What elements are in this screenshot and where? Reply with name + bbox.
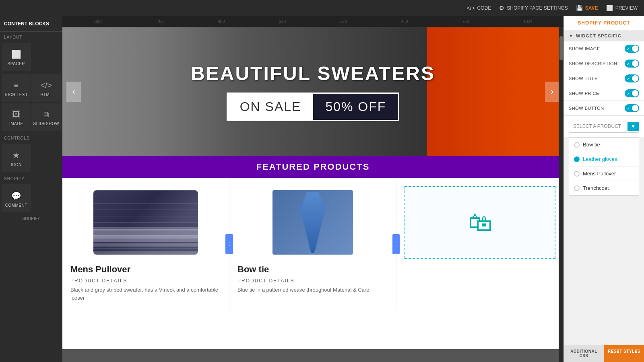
ruler-mark: 768 — [157, 19, 164, 24]
show-title-label: SHOW TITLE — [569, 76, 598, 81]
hero-prev-button[interactable]: ‹ — [66, 82, 81, 102]
widget-specific-header[interactable]: ▼ WIDGET SPECIFIC — [564, 30, 644, 41]
sidebar-header: CONTENT BLOCKS — [0, 16, 62, 32]
sidebar-item-slideshow[interactable]: ⧉ SLIDESHOW — [31, 103, 61, 131]
controls-grid: ★ ICON — [0, 142, 62, 173]
dropdown-item-leather-gloves[interactable]: Leather gloves — [569, 152, 639, 167]
product-col-tie: Bow tie PRODUCT DETAILS Blue tie in a pa… — [229, 178, 396, 310]
ruler-mark: 480 — [218, 19, 225, 24]
sidebar-item-comment[interactable]: 💬 COMMENT — [2, 184, 31, 212]
shopify-grid: 💬 COMMENT — [0, 183, 62, 214]
save-icon: 💾 — [576, 5, 583, 11]
image-label: IMAGE — [9, 121, 23, 126]
product-image-sweater — [70, 186, 221, 259]
icon-icon: ★ — [12, 150, 20, 160]
layout-grid: ⬜ SPACER — [0, 41, 62, 72]
dropdown-item-trenchcoat[interactable]: Trenchcoat — [569, 181, 639, 195]
right-panel: SHOPIFY-PRODUCT ▼ WIDGET SPECIFIC SHOW I… — [564, 16, 644, 362]
product-details-label-sweater: PRODUCT DETAILS — [70, 278, 221, 284]
scrollbar[interactable] — [559, 27, 564, 362]
icon-label: ICON — [11, 162, 22, 167]
html-icon: </> — [40, 81, 52, 90]
tab-additional-css[interactable]: ADDITIONAL CSS — [564, 345, 604, 362]
dropdown-list: Bow tie Leather gloves Mens Pullover Tre… — [569, 137, 639, 196]
leather-gloves-label: Leather gloves — [583, 156, 617, 162]
save-button[interactable]: 💾 SAVE — [576, 5, 598, 11]
product-col-sweater: Mens Pullover PRODUCT DETAILS Black and … — [62, 178, 229, 310]
show-image-label: SHOW IMAGE — [569, 46, 600, 51]
content-grid: ≡ RICH TEXT </> HTML 🖼 IMAGE ⧉ SLIDESHOW — [0, 72, 62, 133]
canvas-area: 1024 768 480 320 320 480 768 1024 — [62, 16, 564, 362]
canvas-scroll[interactable]: BEAUTIFUL SWEATERS ON SALE 50% OFF ‹ › F… — [62, 27, 564, 362]
html-label: HTML — [40, 93, 52, 97]
sidebar-item-rich-text[interactable]: ≡ RICH TEXT — [2, 74, 31, 102]
sidebar-item-image[interactable]: 🖼 IMAGE — [2, 103, 31, 131]
preview-button[interactable]: ⬜ PREVIEW — [606, 5, 638, 11]
page-content: BEAUTIFUL SWEATERS ON SALE 50% OFF ‹ › F… — [62, 27, 564, 349]
tab-reset-styles[interactable]: RESET STYLES — [604, 345, 644, 362]
hero-title: BEAUTIFUL SWEATERS — [191, 62, 435, 84]
ruler-mark: 1024 — [523, 19, 532, 24]
product-description-sweater: Black and grey striped sweater, has a V-… — [70, 286, 221, 302]
image-icon: 🖼 — [12, 110, 20, 119]
show-price-label: SHOW PRICE — [569, 91, 599, 96]
show-image-toggle[interactable]: ✓ — [625, 45, 639, 53]
ruler-mark: 320 — [279, 19, 286, 24]
toggle-show-price: SHOW PRICE ✓ — [564, 86, 644, 101]
tie-image — [272, 190, 353, 255]
code-button[interactable]: </> CODE — [466, 5, 491, 11]
settings-button[interactable]: ⚙ SHOPIFY PAGE SETTINGS — [499, 5, 568, 11]
hero-next-button[interactable]: › — [545, 82, 559, 102]
product-title-tie: Bow tie — [237, 264, 388, 275]
mens-pullover-radio — [574, 171, 580, 177]
hero-on-sale: ON SALE — [228, 94, 314, 120]
settings-label: SHOPIFY PAGE SETTINGS — [507, 5, 568, 11]
sweater-image — [93, 190, 198, 255]
product-select[interactable]: SELECT A PRODUCT ▼ — [569, 120, 639, 133]
code-label: CODE — [477, 5, 491, 11]
comment-label: COMMENT — [5, 203, 27, 208]
scrollbar-thumb[interactable] — [559, 36, 563, 60]
show-description-label: SHOW DESCRIPTION — [569, 61, 617, 66]
dropdown-item-bow-tie[interactable]: Bow tie — [569, 138, 639, 152]
featured-bar: FEATURED PRODUCTS — [62, 156, 564, 178]
show-button-toggle[interactable]: ✓ — [625, 104, 639, 112]
edit-handle-tie-left[interactable]: ⋮ — [226, 234, 233, 254]
show-button-label: SHOW BUTTON — [569, 106, 604, 111]
spacer-icon: ⬜ — [11, 49, 21, 59]
select-placeholder: SELECT A PRODUCT — [573, 123, 621, 129]
ruler-mark: 768 — [462, 19, 469, 24]
right-panel-header: SHOPIFY-PRODUCT — [564, 16, 644, 30]
widget-specific-label: WIDGET SPECIFIC — [576, 33, 621, 38]
sidebar-item-spacer[interactable]: ⬜ SPACER — [2, 43, 31, 71]
product-third-empty: 🛍 — [405, 186, 555, 259]
preview-icon: ⬜ — [606, 5, 613, 11]
trenchcoat-label: Trenchcoat — [583, 185, 609, 191]
hero-sale-box: ON SALE 50% OFF — [227, 93, 400, 121]
show-price-toggle[interactable]: ✓ — [625, 89, 639, 97]
ruler-marks: 1024 768 480 320 320 480 768 1024 — [66, 19, 559, 24]
sidebar-item-html[interactable]: </> HTML — [31, 74, 61, 102]
ruler-mark: 1024 — [94, 19, 103, 24]
controls-section-label: CONTROLS — [0, 133, 62, 142]
rich-text-label: RICH TEXT — [5, 93, 28, 97]
show-title-toggle[interactable]: ✓ — [625, 74, 639, 82]
product-image-tie — [237, 186, 388, 259]
show-description-toggle[interactable]: ✓ — [625, 60, 639, 68]
hero-off: 50% OFF — [313, 94, 398, 120]
hero-overlay: BEAUTIFUL SWEATERS ON SALE 50% OFF — [62, 27, 564, 156]
spacer-label: SPACER — [8, 62, 25, 66]
dropdown-item-mens-pullover[interactable]: Mens Pullover — [569, 167, 639, 181]
toggle-show-image: SHOW IMAGE ✓ — [564, 41, 644, 56]
product-details-label-tie: PRODUCT DETAILS — [237, 278, 388, 284]
toggle-show-description: SHOW DESCRIPTION ✓ — [564, 56, 644, 71]
save-label: SAVE — [585, 5, 598, 11]
sidebar-item-icon[interactable]: ★ ICON — [2, 144, 31, 172]
toggle-show-button: SHOW BUTTON ✓ — [564, 101, 644, 116]
slideshow-icon: ⧉ — [43, 110, 49, 119]
product-col-third: 🛍 — [396, 178, 564, 310]
ruler: 1024 768 480 320 320 480 768 1024 — [62, 16, 564, 27]
left-sidebar: CONTENT BLOCKS LAYOUT ⬜ SPACER ≡ RICH TE… — [0, 16, 62, 362]
leather-gloves-radio — [574, 156, 580, 162]
ruler-mark: 320 — [340, 19, 347, 24]
